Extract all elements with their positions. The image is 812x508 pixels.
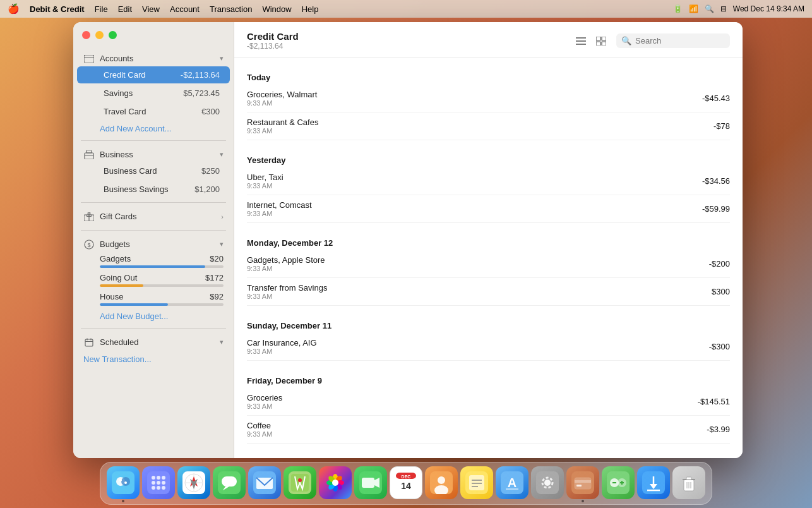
search-box: 🔍 [616, 33, 730, 48]
search-input[interactable] [635, 36, 725, 45]
dock-appstore[interactable]: A [496, 466, 528, 499]
gift-cards-icon [83, 212, 95, 221]
apple-menu[interactable]: 🍎 [8, 3, 20, 15]
date-label-dec11: Sunday, December 11 [247, 316, 730, 333]
savings-name: Savings [104, 88, 133, 98]
transaction-row[interactable]: Gadgets, Apple Store 9:33 AM -$200 [247, 250, 730, 278]
main-content: Credit Card -$2,113.64 [234, 22, 743, 458]
dock-notes[interactable] [460, 466, 493, 499]
svg-point-61 [332, 480, 338, 486]
date-label-dec9: Friday, December 9 [247, 371, 730, 388]
sidebar-divider-3 [81, 230, 226, 231]
dock-mail[interactable] [248, 466, 281, 499]
tx-name: Car Insurance, AIG [247, 338, 317, 348]
maximize-button[interactable] [109, 31, 117, 39]
menubar-app-name[interactable]: Debit & Credit [30, 4, 85, 14]
budget-item-house[interactable]: House $92 [73, 289, 234, 308]
transaction-row[interactable]: Groceries, Walmart 9:33 AM -$45.43 [247, 85, 730, 112]
add-new-budget-link[interactable]: Add New Budget... [73, 308, 234, 324]
dock-contacts[interactable] [425, 466, 458, 499]
transaction-row[interactable]: Restaurant & Cafes 9:33 AM -$78 [247, 112, 730, 140]
grid-view-button[interactable] [592, 33, 610, 49]
dock-photos[interactable] [319, 466, 352, 499]
sidebar: Accounts ▾ Credit Card -$2,113.64 Saving… [73, 22, 234, 458]
budgets-label: Budgets [100, 239, 130, 249]
sidebar-item-business-card[interactable]: Business Card $250 [77, 162, 230, 179]
new-transaction-link[interactable]: New Transaction... [73, 349, 234, 367]
budget-item-going-out[interactable]: Going Out $172 [73, 270, 234, 289]
content-title: Credit Card [247, 31, 299, 42]
budget-going-out-bar-container [100, 284, 224, 287]
dock-safari[interactable] [177, 466, 210, 499]
svg-rect-19 [602, 37, 606, 40]
svg-point-31 [152, 481, 155, 485]
dock-downloads[interactable] [637, 466, 670, 499]
menubar-file[interactable]: File [95, 4, 108, 14]
tx-amount: -$59.99 [702, 204, 730, 214]
minimize-button[interactable] [95, 31, 104, 39]
battery-icon: 🔋 [673, 4, 683, 13]
menubar-transaction[interactable]: Transaction [210, 4, 252, 14]
dock-launchpad[interactable] [142, 466, 175, 499]
svg-rect-2 [87, 150, 92, 153]
budget-going-out-amount: $172 [205, 273, 224, 282]
spotlight-icon[interactable]: 🔍 [705, 4, 714, 13]
close-button[interactable] [82, 31, 90, 39]
accounts-label: Accounts [100, 54, 133, 63]
scheduled-section-header[interactable]: Scheduled ▾ [73, 332, 234, 349]
svg-point-26 [124, 481, 127, 484]
tx-time: 9:33 AM [247, 348, 317, 355]
app-window: Accounts ▾ Credit Card -$2,113.64 Saving… [73, 22, 743, 458]
budgets-section-header[interactable]: $ Budgets ▾ [73, 234, 234, 251]
menubar-window[interactable]: Window [262, 4, 291, 14]
svg-point-70 [438, 476, 445, 484]
business-section-header[interactable]: Business ▾ [73, 145, 234, 162]
transaction-row[interactable]: Coffee 9:33 AM -$3.99 [247, 416, 730, 444]
add-new-account-link[interactable]: Add New Account... [73, 121, 234, 136]
business-chevron: ▾ [220, 150, 224, 159]
transaction-row[interactable]: Car Insurance, AIG 9:33 AM -$300 [247, 333, 730, 361]
sidebar-item-business-savings[interactable]: Business Savings $1,200 [77, 181, 230, 198]
tx-amount: -$78 [713, 121, 730, 131]
tx-time: 9:33 AM [247, 430, 272, 438]
dock-debit-credit[interactable] [566, 466, 599, 499]
dock-finder[interactable] [107, 466, 140, 499]
sidebar-item-travel-card[interactable]: Travel Card €300 [77, 103, 230, 120]
wifi-icon: 📶 [689, 4, 698, 13]
dock-addremove[interactable] [602, 466, 635, 499]
sidebar-item-savings[interactable]: Savings $5,723.45 [77, 85, 230, 102]
gift-cards-section-header[interactable]: Gift Cards › [73, 207, 234, 226]
date-group-dec9: Friday, December 9 Groceries 9:33 AM -$1… [247, 371, 730, 444]
budget-house-name: House [100, 292, 124, 301]
date-label-dec12: Monday, December 12 [247, 233, 730, 250]
transaction-row[interactable]: Groceries 9:33 AM -$145.51 [247, 388, 730, 416]
date-group-yesterday: Yesterday Uber, Taxi 9:33 AM -$34.56 Int… [247, 150, 730, 223]
tx-amount: -$145.51 [698, 397, 730, 406]
dock-messages[interactable] [213, 466, 246, 499]
transaction-row[interactable]: Transfer from Savings 9:33 AM $300 [247, 278, 730, 306]
tx-name: Transfer from Savings [247, 283, 327, 293]
transaction-row[interactable]: Internet, Comcast 9:33 AM -$59.99 [247, 195, 730, 223]
menubar-account[interactable]: Account [170, 4, 200, 14]
menubar-help[interactable]: Help [302, 4, 319, 14]
business-icon [83, 150, 95, 159]
gift-cards-chevron: › [221, 213, 224, 221]
svg-rect-0 [84, 55, 94, 63]
budget-item-gadgets[interactable]: Gadgets $20 [73, 251, 234, 270]
menubar-edit[interactable]: Edit [118, 4, 132, 14]
transaction-row[interactable]: Uber, Taxi 9:33 AM -$34.56 [247, 167, 730, 195]
accounts-section-header[interactable]: Accounts ▾ [73, 49, 234, 66]
dock-trash[interactable] [672, 466, 705, 499]
dock-maps[interactable] [284, 466, 316, 499]
content-subtitle: -$2,113.64 [247, 42, 299, 51]
dock-calendar[interactable]: DEC 14 [390, 466, 422, 499]
sidebar-item-credit-card[interactable]: Credit Card -$2,113.64 [77, 66, 230, 83]
travel-card-amount: €300 [201, 107, 220, 116]
dock-facetime[interactable] [354, 466, 387, 499]
control-center-icon[interactable]: ⊟ [720, 4, 727, 13]
list-view-button[interactable] [572, 33, 590, 49]
dock-system-settings[interactable] [531, 466, 564, 499]
accounts-chevron: ▾ [220, 54, 224, 63]
date-label-dec8: Thursday, December 8 [247, 454, 730, 458]
menubar-view[interactable]: View [142, 4, 160, 14]
